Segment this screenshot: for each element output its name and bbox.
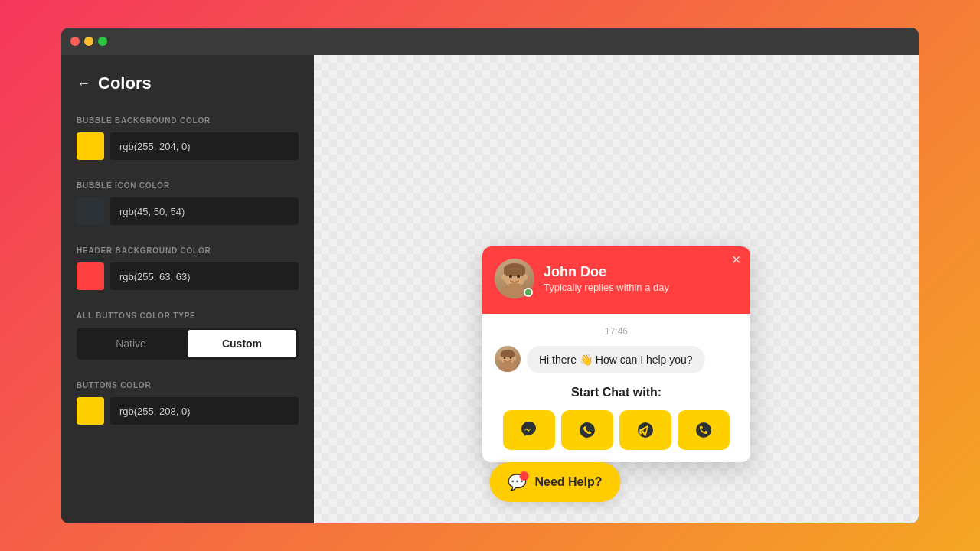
main-content: ← Colors BUBBLE BACKGROUND COLOR BUBBLE … — [61, 55, 919, 523]
chat-header: ✕ — [482, 246, 750, 314]
bubble-bg-row — [77, 132, 299, 160]
buttons-type-label: ALL BUTTONS COLOR TYPE — [77, 311, 299, 320]
titlebar — [61, 28, 919, 55]
preview-area: ✕ — [314, 55, 919, 523]
small-avatar-illustration — [495, 346, 521, 372]
bubble-button[interactable]: 💬 Need Help? — [489, 462, 620, 502]
svg-point-18 — [580, 422, 595, 438]
header-bg-swatch[interactable] — [77, 262, 104, 290]
bubble-icon-wrapper: 💬 — [508, 473, 527, 491]
chat-agent-name: John Doe — [544, 264, 669, 280]
maximize-dot[interactable] — [98, 37, 107, 46]
svg-point-17 — [513, 357, 516, 360]
telegram-icon — [635, 419, 656, 441]
sidebar-header: ← Colors — [77, 73, 299, 93]
custom-toggle-btn[interactable]: Custom — [188, 330, 296, 357]
telegram-button[interactable] — [619, 410, 671, 450]
svg-rect-13 — [501, 353, 514, 357]
whatsapp-button[interactable] — [561, 410, 613, 450]
chat-widget: ✕ — [482, 246, 750, 462]
chat-close-button[interactable]: ✕ — [731, 254, 741, 266]
chat-timestamp: 17:46 — [495, 326, 738, 337]
svg-rect-10 — [505, 363, 511, 367]
svg-point-6 — [517, 275, 520, 278]
buttons-color-label: BUTTONS COLOR — [77, 381, 299, 390]
messenger-icon — [518, 419, 540, 441]
buttons-color-input[interactable] — [110, 397, 299, 425]
native-toggle-btn[interactable]: Native — [77, 328, 185, 360]
phone-icon — [693, 419, 714, 441]
svg-point-15 — [510, 357, 512, 359]
bubble-notification-dot — [519, 471, 528, 481]
viber-button[interactable] — [678, 410, 730, 450]
svg-point-16 — [499, 357, 502, 360]
sidebar: ← Colors BUBBLE BACKGROUND COLOR BUBBLE … — [61, 55, 314, 523]
header-bg-input[interactable] — [110, 262, 299, 290]
bubble-bg-label: BUBBLE BACKGROUND COLOR — [77, 116, 299, 125]
svg-point-9 — [498, 364, 517, 372]
svg-point-14 — [504, 357, 506, 359]
bubble-icon-input[interactable] — [110, 197, 299, 225]
chat-agent-status: Typically replies within a day — [544, 282, 669, 293]
bubble-icon-row — [77, 197, 299, 225]
color-type-toggle: Native Custom — [77, 328, 299, 360]
svg-point-7 — [501, 274, 506, 280]
traffic-lights — [70, 37, 107, 46]
svg-point-5 — [509, 275, 512, 278]
whatsapp-icon — [577, 419, 598, 441]
chat-header-info: John Doe Typically replies within a day — [544, 264, 669, 293]
chat-bubble: Hi there 👋 How can I help you? — [527, 346, 705, 373]
svg-rect-4 — [504, 268, 525, 276]
chat-message-row: Hi there 👋 How can I help you? — [495, 346, 738, 373]
header-bg-row — [77, 262, 299, 290]
bubble-button-text: Need Help? — [534, 475, 602, 489]
online-indicator — [524, 288, 533, 297]
minimize-dot[interactable] — [84, 37, 93, 46]
app-window: ← Colors BUBBLE BACKGROUND COLOR BUBBLE … — [61, 28, 919, 523]
bubble-icon-swatch[interactable] — [77, 197, 104, 225]
header-bg-label: HEADER BACKGROUND COLOR — [77, 246, 299, 255]
avatar-wrapper — [495, 259, 534, 298]
chat-body: 17:46 — [482, 314, 750, 462]
buttons-color-row — [77, 397, 299, 425]
page-title: Colors — [98, 73, 152, 93]
chat-action-buttons — [495, 410, 738, 450]
svg-rect-1 — [511, 283, 518, 289]
messenger-button[interactable] — [503, 410, 555, 450]
buttons-color-swatch[interactable] — [77, 397, 104, 425]
bubble-bg-input[interactable] — [110, 132, 299, 160]
bubble-icon-label: BUBBLE ICON COLOR — [77, 181, 299, 190]
chat-avatar-small — [495, 346, 521, 372]
svg-point-8 — [523, 274, 528, 280]
chat-popup: ✕ — [482, 246, 750, 462]
close-dot[interactable] — [70, 37, 80, 46]
bubble-bg-swatch[interactable] — [77, 132, 104, 160]
svg-point-20 — [696, 422, 711, 438]
start-chat-label: Start Chat with: — [495, 386, 738, 399]
back-button[interactable]: ← — [77, 76, 90, 92]
